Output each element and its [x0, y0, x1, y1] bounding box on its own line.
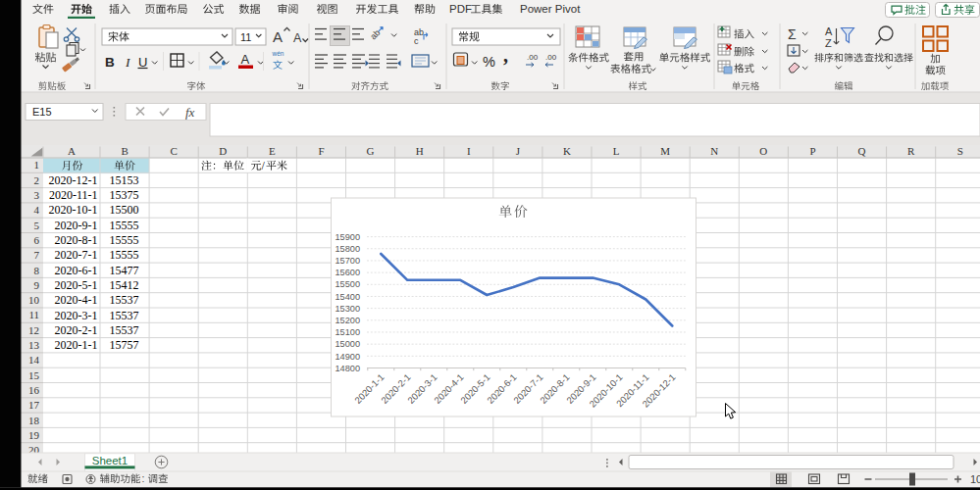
svg-text:15: 15 — [28, 369, 40, 381]
svg-text:Z: Z — [825, 37, 832, 49]
svg-text:N: N — [710, 145, 718, 157]
svg-text:13: 13 — [28, 339, 40, 351]
svg-text:6: 6 — [34, 234, 40, 246]
svg-text:.00: .00 — [527, 53, 539, 62]
svg-text:.00: .00 — [545, 53, 557, 62]
svg-text:10: 10 — [28, 294, 40, 306]
svg-text:19: 19 — [28, 429, 40, 441]
svg-text:17: 17 — [28, 399, 40, 411]
svg-text:15800: 15800 — [335, 244, 360, 254]
svg-text:PDF: PDF — [449, 3, 472, 15]
svg-text:B: B — [105, 55, 115, 70]
svg-text:,: , — [503, 44, 508, 66]
svg-text:E: E — [269, 145, 276, 157]
svg-text:15555: 15555 — [110, 219, 139, 232]
svg-text:2020-2-1: 2020-2-1 — [55, 323, 98, 337]
svg-text:Q: Q — [858, 145, 866, 157]
svg-text:E15: E15 — [32, 106, 52, 118]
svg-text:H: H — [416, 145, 424, 157]
svg-text:7: 7 — [34, 249, 40, 261]
svg-text:A: A — [241, 52, 250, 67]
svg-text:12: 12 — [28, 324, 39, 336]
svg-text:D: D — [219, 145, 227, 157]
svg-text:2020-9-1: 2020-9-1 — [55, 219, 98, 232]
svg-text:14900: 14900 — [335, 352, 360, 362]
svg-text:I: I — [467, 145, 471, 157]
svg-text:15500: 15500 — [110, 203, 139, 217]
svg-text:15600: 15600 — [335, 268, 360, 277]
svg-text:G: G — [367, 145, 375, 157]
svg-text:15757: 15757 — [110, 338, 139, 352]
svg-text:15500: 15500 — [335, 279, 360, 289]
svg-text:U: U — [138, 55, 147, 70]
svg-text:O: O — [759, 145, 767, 157]
svg-text:11: 11 — [28, 309, 39, 320]
svg-text:2020-11-1: 2020-11-1 — [49, 188, 98, 202]
svg-text:15555: 15555 — [110, 248, 139, 262]
svg-text:15700: 15700 — [335, 256, 360, 266]
svg-text:%: % — [483, 54, 495, 70]
svg-text:15900: 15900 — [335, 232, 360, 242]
svg-text:18: 18 — [28, 415, 40, 426]
svg-text:2: 2 — [34, 174, 40, 186]
svg-text:14800: 14800 — [335, 364, 360, 373]
svg-text:15555: 15555 — [110, 233, 139, 247]
svg-text:Power Pivot: Power Pivot — [520, 3, 581, 15]
svg-text:4: 4 — [34, 204, 40, 216]
svg-text:15375: 15375 — [110, 188, 139, 202]
svg-text:2020-1-1: 2020-1-1 — [55, 338, 98, 352]
svg-text:2020-4-1: 2020-4-1 — [55, 293, 98, 307]
svg-text:8: 8 — [34, 265, 40, 276]
svg-text:15153: 15153 — [110, 173, 139, 187]
svg-text:A: A — [825, 25, 833, 37]
svg-text:2020-6-1: 2020-6-1 — [55, 264, 98, 277]
svg-text:J: J — [516, 145, 521, 157]
svg-text:fx: fx — [185, 105, 195, 120]
svg-text:15477: 15477 — [110, 264, 139, 277]
svg-text:K: K — [563, 145, 571, 157]
svg-text:2020-8-1: 2020-8-1 — [55, 233, 98, 247]
svg-text:L: L — [613, 145, 620, 157]
svg-text:2020-3-1: 2020-3-1 — [55, 309, 98, 322]
svg-text:Σ: Σ — [788, 26, 797, 42]
svg-text:2020-12-1: 2020-12-1 — [49, 173, 98, 187]
svg-text:2020-7-1: 2020-7-1 — [55, 248, 98, 262]
svg-text:R: R — [907, 145, 915, 157]
svg-text:15400: 15400 — [335, 292, 360, 302]
svg-text:F: F — [318, 145, 324, 157]
svg-text:15200: 15200 — [335, 316, 360, 325]
svg-text:B: B — [121, 145, 128, 157]
svg-text:15000: 15000 — [335, 339, 360, 349]
svg-text::: : — [142, 472, 145, 484]
svg-text:S: S — [957, 145, 963, 157]
svg-text:Sheet1: Sheet1 — [92, 455, 128, 466]
svg-text:15100: 15100 — [335, 327, 360, 337]
svg-text:P: P — [809, 145, 815, 157]
svg-text:1: 1 — [34, 159, 40, 171]
svg-text:100%: 100% — [970, 473, 980, 485]
svg-text:11: 11 — [240, 31, 251, 43]
svg-text:15537: 15537 — [110, 309, 139, 322]
svg-text:A: A — [293, 31, 302, 45]
svg-text:wén: wén — [272, 50, 284, 57]
svg-text:5: 5 — [34, 220, 40, 231]
svg-text:14: 14 — [28, 354, 40, 366]
svg-text:M: M — [660, 145, 670, 157]
svg-text:15412: 15412 — [110, 278, 139, 292]
svg-text:15300: 15300 — [335, 304, 360, 314]
svg-text:2020-10-1: 2020-10-1 — [49, 203, 98, 217]
svg-text:A: A — [68, 145, 76, 157]
svg-text:15537: 15537 — [110, 293, 139, 307]
svg-text:C: C — [170, 145, 177, 157]
svg-text:c: c — [414, 36, 419, 46]
svg-text:16: 16 — [28, 384, 40, 396]
svg-text:A: A — [273, 28, 283, 45]
svg-text:3: 3 — [34, 189, 40, 201]
svg-text:9: 9 — [34, 279, 40, 291]
svg-text:2020-5-1: 2020-5-1 — [55, 278, 98, 292]
svg-text:15537: 15537 — [110, 323, 139, 337]
